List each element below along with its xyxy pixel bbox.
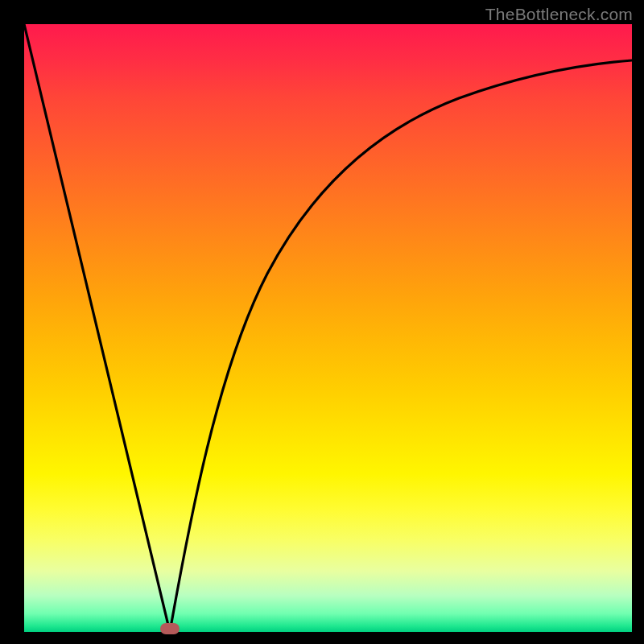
chart-frame: TheBottleneck.com [0, 0, 644, 644]
optimum-marker [160, 623, 180, 634]
curve-layer [24, 24, 632, 632]
plot-area [24, 24, 632, 632]
curve-left-branch [24, 24, 170, 632]
curve-right-branch [170, 60, 632, 632]
watermark-text: TheBottleneck.com [485, 5, 633, 24]
